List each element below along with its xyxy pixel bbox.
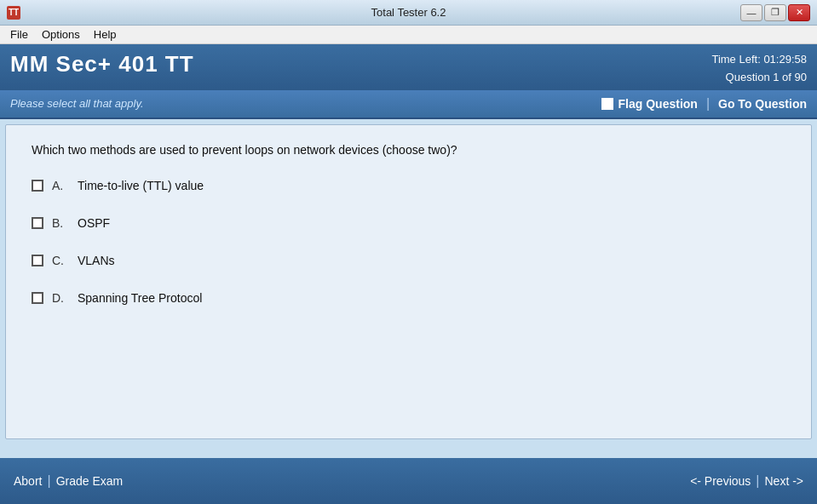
checkbox-b[interactable] [32, 217, 43, 229]
flag-question-label[interactable]: Flag Question [619, 97, 698, 111]
time-left-row: Time Left: 01:29:58 [711, 51, 807, 69]
answer-text-a: Time-to-live (TTL) value [78, 179, 204, 192]
footer: Abort | Grade Exam <- Previous | Next -> [0, 458, 817, 504]
answer-option-a[interactable]: A. Time-to-live (TTL) value [32, 179, 785, 192]
footer-left-divider: | [47, 473, 50, 489]
answer-option-b[interactable]: B. OSPF [32, 216, 785, 230]
menu-bar: File Options Help [0, 26, 817, 44]
title-bar-buttons: — ❐ ✕ [740, 4, 810, 21]
footer-right: <- Previous | Next -> [690, 473, 803, 489]
answer-letter-a: A. [52, 179, 69, 192]
menu-help[interactable]: Help [87, 26, 124, 43]
flag-checkbox[interactable] [601, 98, 613, 110]
sub-header-controls: Flag Question | Go To Question [601, 96, 807, 112]
footer-nav-divider: | [756, 473, 759, 489]
answer-letter-b: B. [52, 216, 69, 230]
restore-button[interactable]: ❐ [764, 4, 786, 21]
minimize-button[interactable]: — [740, 4, 762, 21]
checkbox-d[interactable] [32, 292, 43, 304]
answer-letter-d: D. [52, 291, 69, 305]
instruction-text: Please select all that apply. [10, 97, 144, 110]
close-button[interactable]: ✕ [788, 4, 810, 21]
checkbox-c[interactable] [32, 255, 43, 266]
window-title: Total Tester 6.2 [371, 6, 446, 19]
answer-text-d: Spanning Tree Protocol [78, 291, 202, 305]
checkbox-a[interactable] [32, 180, 43, 192]
app-header: MM Sec+ 401 TT Time Left: 01:29:58 Quest… [0, 44, 817, 90]
footer-left: Abort | Grade Exam [14, 473, 123, 489]
question-text: Which two methods are used to prevent lo… [32, 142, 785, 159]
menu-options[interactable]: Options [35, 26, 87, 43]
answer-option-c[interactable]: C. VLANs [32, 254, 785, 267]
grade-exam-button[interactable]: Grade Exam [56, 474, 124, 488]
app-title: MM Sec+ 401 TT [10, 51, 194, 77]
answer-letter-c: C. [52, 254, 69, 267]
subheader-divider: | [706, 96, 710, 112]
app-icon: TT [7, 6, 20, 20]
menu-file[interactable]: File [3, 26, 35, 43]
previous-button[interactable]: <- Previous [690, 474, 751, 488]
abort-button[interactable]: Abort [14, 474, 42, 488]
answer-text-c: VLANs [78, 254, 115, 267]
go-to-question-button[interactable]: Go To Question [718, 97, 807, 111]
question-info: Question 1 of 90 [711, 69, 807, 87]
footer-wrapper: #3689 Abort | Grade Exam <- Previous | N… [0, 490, 817, 504]
time-value: 01:29:58 [763, 53, 807, 66]
answer-text-b: OSPF [78, 216, 110, 230]
title-bar: TT Total Tester 6.2 — ❐ ✕ [0, 0, 817, 26]
title-bar-left: TT [7, 6, 20, 20]
time-left-label: Time Left: [711, 53, 760, 66]
sub-header: Please select all that apply. Flag Quest… [0, 90, 817, 119]
timer-info: Time Left: 01:29:58 Question 1 of 90 [711, 51, 807, 87]
main-content: Which two methods are used to prevent lo… [5, 124, 812, 439]
answer-option-d[interactable]: D. Spanning Tree Protocol [32, 291, 785, 305]
next-button[interactable]: Next -> [764, 474, 803, 488]
